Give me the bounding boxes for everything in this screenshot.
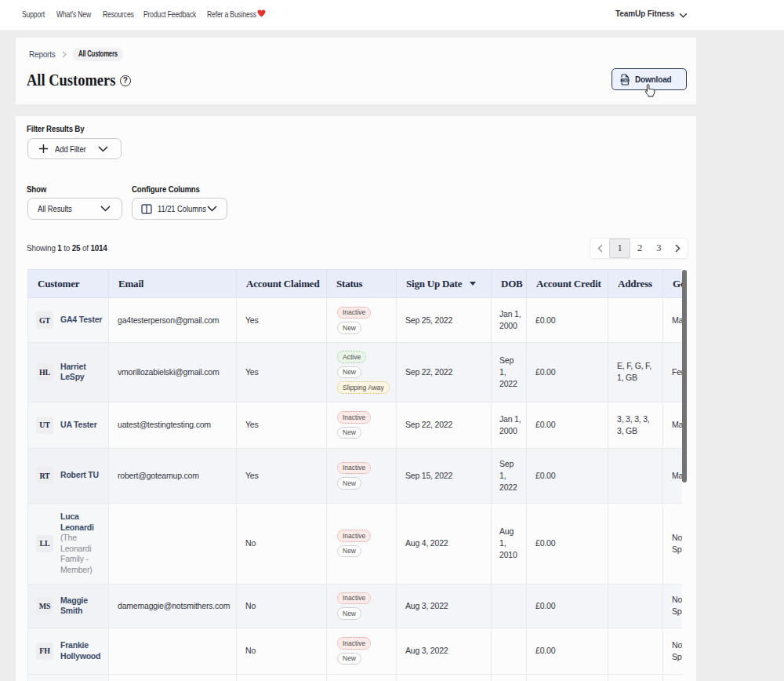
svg-text:CSV: CSV: [622, 78, 629, 82]
